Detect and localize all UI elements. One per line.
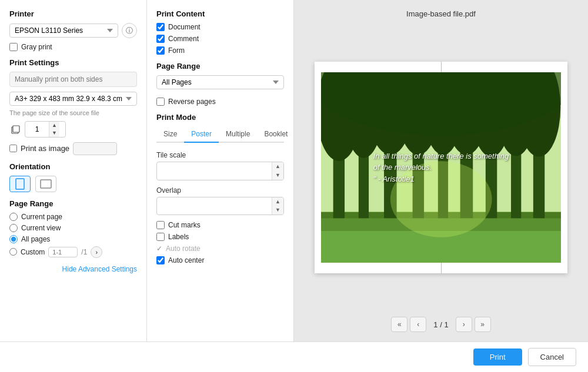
gray-print-row: Gray print bbox=[9, 43, 137, 51]
tile-scale-spinbox[interactable]: 100 ▲ ▼ bbox=[156, 162, 284, 180]
preview-title: Image-based file.pdf bbox=[303, 9, 579, 18]
current-page-label: Current page bbox=[21, 213, 62, 221]
custom-radio[interactable] bbox=[9, 248, 17, 256]
overlap-input[interactable]: 0 (cm) bbox=[157, 199, 272, 212]
last-page-button[interactable]: » bbox=[475, 317, 491, 332]
labels-row: Labels bbox=[156, 233, 284, 241]
print-settings-label: Print Settings bbox=[9, 58, 137, 67]
hide-advanced-settings-link[interactable]: Hide Advanced Settings bbox=[9, 265, 137, 273]
overlap-label: Overlap bbox=[156, 186, 284, 195]
cancel-button[interactable]: Cancel bbox=[528, 348, 576, 366]
overlap-spinbox[interactable]: 0 (cm) ▲ ▼ bbox=[156, 197, 284, 216]
print-content-label: Print Content bbox=[156, 9, 284, 18]
custom-range-input[interactable] bbox=[48, 247, 78, 257]
custom-next-button[interactable]: › bbox=[91, 246, 102, 258]
print-as-image-label: Print as image bbox=[21, 144, 69, 153]
preview-area: In all things of nature there is somethi… bbox=[303, 25, 579, 310]
custom-of-label: /1 bbox=[81, 248, 87, 256]
orientation-label: Orientation bbox=[9, 162, 137, 171]
paper-size-hint: The page size of the source file bbox=[9, 109, 137, 116]
reverse-pages-label: Reverse pages bbox=[168, 98, 216, 106]
both-sides-input bbox=[9, 72, 137, 87]
comment-label: Comment bbox=[168, 35, 199, 43]
tile-scale-input[interactable]: 100 bbox=[157, 165, 272, 177]
custom-label: Custom bbox=[21, 248, 45, 256]
copies-row: 1 ▲ ▼ bbox=[9, 121, 137, 138]
cut-marks-row: Cut marks bbox=[156, 221, 284, 229]
overlap-increment[interactable]: ▲ bbox=[272, 197, 283, 206]
form-row: Form bbox=[156, 46, 284, 55]
quote-text: In all things of nature there is somethi… bbox=[362, 150, 521, 185]
all-pages-radio[interactable] bbox=[9, 235, 18, 243]
page-count: 1 / 1 bbox=[429, 320, 453, 329]
right-panel: Image-based file.pdf bbox=[294, 0, 588, 341]
next-page-button[interactable]: › bbox=[456, 317, 472, 332]
all-pages-select[interactable]: All Pages bbox=[156, 75, 284, 89]
overlap-decrement[interactable]: ▼ bbox=[272, 206, 283, 215]
middle-panel: Print Content Document Comment Form Page… bbox=[147, 0, 294, 341]
gray-print-label: Gray print bbox=[21, 43, 52, 51]
auto-rotate-row: ✓ Auto rotate bbox=[156, 244, 284, 253]
overlap-row: Overlap 0 (cm) ▲ ▼ bbox=[156, 186, 284, 216]
current-view-row: Current view bbox=[9, 224, 137, 232]
all-pages-label: All pages bbox=[21, 235, 50, 243]
copies-spinbox[interactable]: 1 ▲ ▼ bbox=[25, 121, 66, 138]
tile-scale-spin-buttons: ▲ ▼ bbox=[272, 162, 283, 180]
printer-select[interactable]: EPSON L3110 Series bbox=[9, 24, 118, 38]
tile-scale-decrement[interactable]: ▼ bbox=[272, 171, 283, 180]
print-mode-tabs: Size Poster Multiple Booklet bbox=[156, 126, 284, 143]
portrait-button[interactable] bbox=[9, 176, 31, 192]
prev-page-button[interactable]: ‹ bbox=[410, 317, 426, 332]
document-checkbox[interactable] bbox=[156, 23, 165, 31]
footer: Print Cancel bbox=[0, 341, 588, 372]
tab-size[interactable]: Size bbox=[156, 126, 184, 143]
labels-checkbox[interactable] bbox=[156, 233, 165, 241]
tile-scale-label: Tile scale bbox=[156, 151, 284, 159]
auto-rotate-label: Auto rotate bbox=[166, 244, 201, 253]
copies-input[interactable]: 1 bbox=[25, 123, 49, 135]
printer-settings-icon[interactable]: ⓘ bbox=[122, 23, 137, 38]
left-panel: Printer EPSON L3110 Series ⓘ Gray print … bbox=[0, 0, 147, 341]
auto-center-row: Auto center bbox=[156, 256, 284, 264]
printer-section-label: Printer bbox=[9, 9, 137, 18]
landscape-button[interactable] bbox=[35, 176, 56, 192]
cut-marks-label: Cut marks bbox=[168, 221, 201, 229]
page-range-label: Page Range bbox=[9, 199, 137, 208]
print-settings-section: Print Settings A3+ 329 x 483 mm 32.9 x 4… bbox=[9, 58, 137, 155]
auto-center-checkbox[interactable] bbox=[156, 256, 165, 264]
tile-scale-row: Tile scale 100 ▲ ▼ bbox=[156, 151, 284, 180]
pagination-bar: « ‹ 1 / 1 › » bbox=[391, 317, 490, 332]
tab-multiple[interactable]: Multiple bbox=[219, 126, 257, 143]
current-view-label: Current view bbox=[21, 224, 61, 232]
paper-size-select[interactable]: A3+ 329 x 483 mm 32.9 x 48.3 cm bbox=[9, 92, 137, 106]
first-page-button[interactable]: « bbox=[391, 317, 407, 332]
page-range-middle-label: Page Range bbox=[156, 62, 284, 71]
reverse-pages-row: Reverse pages bbox=[156, 98, 284, 106]
printer-row: EPSON L3110 Series ⓘ bbox=[9, 23, 137, 38]
copies-spinbox-buttons: ▲ ▼ bbox=[49, 122, 59, 137]
comment-checkbox[interactable] bbox=[156, 35, 165, 43]
tab-booklet[interactable]: Booklet bbox=[257, 126, 294, 143]
current-view-radio[interactable] bbox=[9, 224, 18, 232]
current-page-radio[interactable] bbox=[9, 213, 18, 221]
dpi-input[interactable]: 300dpi bbox=[73, 142, 117, 155]
tab-poster[interactable]: Poster bbox=[184, 126, 219, 143]
current-page-row: Current page bbox=[9, 213, 137, 221]
cut-marks-checkbox[interactable] bbox=[156, 221, 165, 229]
orientation-row bbox=[9, 176, 137, 192]
forest-image: In all things of nature there is somethi… bbox=[321, 72, 562, 263]
document-label: Document bbox=[168, 23, 201, 31]
gray-print-checkbox[interactable] bbox=[9, 43, 18, 51]
copies-increment-button[interactable]: ▲ bbox=[49, 122, 59, 129]
print-button[interactable]: Print bbox=[473, 348, 522, 366]
reverse-pages-checkbox[interactable] bbox=[156, 98, 165, 106]
print-as-image-checkbox[interactable] bbox=[9, 145, 17, 152]
form-checkbox[interactable] bbox=[156, 46, 165, 55]
tile-scale-increment[interactable]: ▲ bbox=[272, 162, 283, 171]
svg-rect-3 bbox=[41, 180, 51, 188]
page-range-section: Page Range Current page Current view All… bbox=[9, 199, 137, 258]
copies-icon bbox=[9, 123, 21, 135]
copies-decrement-button[interactable]: ▼ bbox=[49, 129, 59, 137]
document-row: Document bbox=[156, 23, 284, 31]
labels-label: Labels bbox=[168, 233, 189, 241]
